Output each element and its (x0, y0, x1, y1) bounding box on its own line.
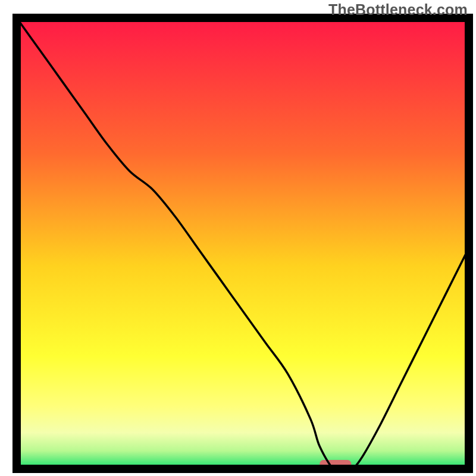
watermark-label: TheBottleneck.com (328, 1, 468, 18)
bottleneck-chart: TheBottleneck.com (0, 0, 476, 476)
gradient-background (17, 18, 469, 469)
chart-canvas (0, 0, 476, 476)
